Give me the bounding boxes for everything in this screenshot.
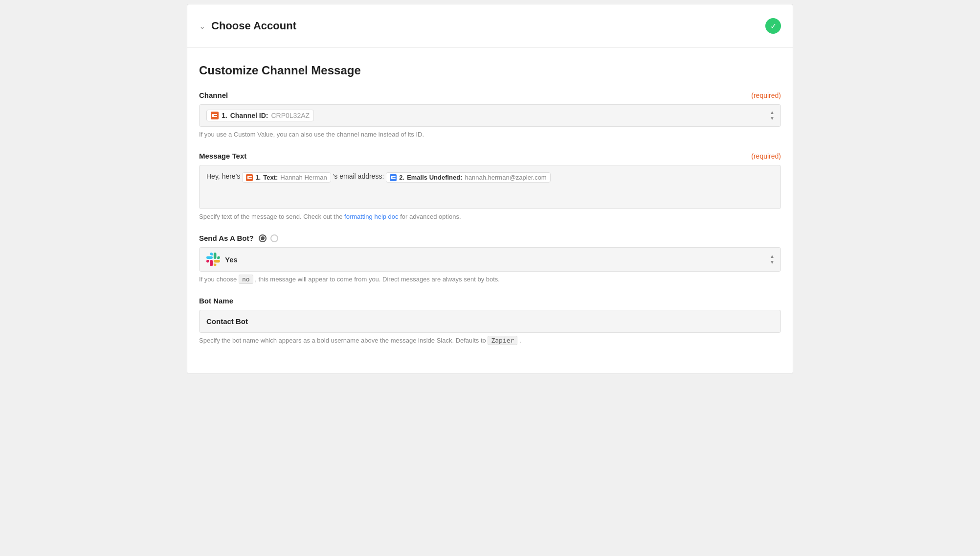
channel-hint: If you use a Custom Value, you can also … [199,131,781,138]
bot-name-hint-prefix: Specify the bot name which appears as a … [199,337,488,344]
message-label: Message Text [199,152,246,160]
select-arrows-icon: ▲ ▼ [770,110,775,121]
bot-name-label: Bot Name [199,297,233,305]
bot-hint-inline: no [239,275,253,284]
bot-select[interactable]: Yes ▲ ▼ [199,247,781,272]
message-middle: 's email address: [333,172,384,180]
bot-name-input[interactable]: Contact Bot [199,310,781,333]
bot-name-field: Bot Name Contact Bot Specify the bot nam… [199,297,781,344]
send-as-bot-field: Send As A Bot? [199,234,781,283]
message-text-field: Message Text (required) Hey, here's 1. T… [199,152,781,220]
customize-title: Customize Channel Message [199,64,781,77]
tag2-value: hannah.herman@zapier.com [465,174,547,181]
channel-tag-value: CRP0L32AZ [271,112,310,119]
tag1-number: 1. [255,174,261,181]
tag1-icon [246,174,253,181]
radio-no[interactable] [270,234,278,242]
status-badge: ✓ [765,18,781,34]
channel-select[interactable]: 1. Channel ID: CRP0L32AZ ▲ ▼ [199,104,781,127]
channel-field: Channel (required) 1. Channel ID: CRP0L3… [199,91,781,138]
channel-tag-number: 1. [222,112,227,119]
checkmark-icon: ✓ [770,22,777,31]
bot-hint: If you choose no , this message will app… [199,276,781,283]
message-tag-2: 2. Emails Undefined: hannah.herman@zapie… [386,172,550,183]
message-box[interactable]: Hey, here's 1. Text: Hannah Herman 's em… [199,165,781,209]
message-prefix: Hey, here's [206,172,240,180]
message-required: (required) [751,152,781,160]
bot-select-arrows-icon: ▲ ▼ [770,254,775,265]
channel-required: (required) [751,92,781,99]
message-tag-1: 1. Text: Hannah Herman [242,172,331,183]
tag2-number: 2. [399,174,404,181]
slack-icon [206,253,220,266]
message-hint: Specify text of the message to send. Che… [199,213,781,220]
bot-label: Send As A Bot? [199,234,254,242]
section-title: Choose Account [211,20,296,32]
bot-name-hint-suffix: . [519,337,521,344]
channel-tag: 1. Channel ID: CRP0L32AZ [206,110,314,121]
tag1-value: Hannah Herman [280,174,327,181]
channel-label: Channel [199,91,228,99]
chevron-down-icon[interactable]: ⌄ [199,22,205,31]
channel-tag-label: Channel ID: [230,112,268,119]
section-header: ⌄ Choose Account ✓ [187,4,793,48]
bot-name-hint: Specify the bot name which appears as a … [199,337,781,344]
channel-tag-icon [211,112,219,119]
section-body: Customize Channel Message Channel (requi… [187,48,793,373]
message-hint-suffix: for advanced options. [399,213,461,220]
bot-hint-prefix: If you choose [199,276,239,283]
radio-yes[interactable] [259,234,267,242]
formatting-help-link[interactable]: formatting help doc [344,213,399,220]
bot-name-value: Contact Bot [206,317,248,325]
tag2-label: Emails Undefined: [407,174,462,181]
bot-yes-label: Yes [225,255,238,264]
bot-hint-suffix: , this message will appear to come from … [255,276,500,283]
tag1-label: Text: [263,174,278,181]
tag2-icon [390,174,397,181]
message-hint-prefix: Specify text of the message to send. Che… [199,213,344,220]
bot-name-hint-inline: Zapier [488,336,517,345]
